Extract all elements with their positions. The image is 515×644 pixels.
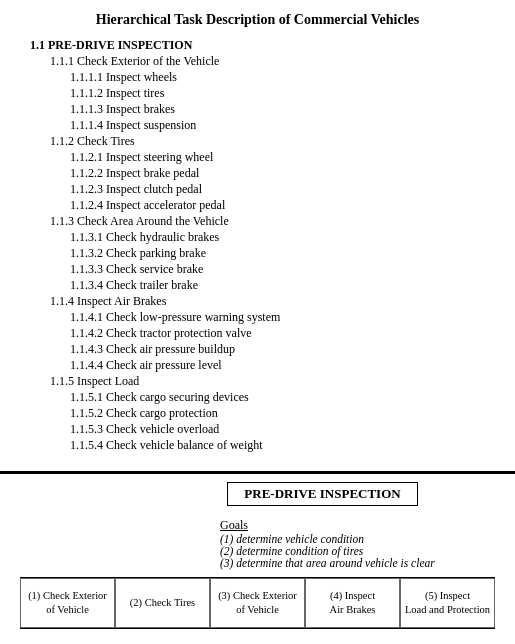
item-id: 1.1.2.4 (70, 198, 106, 212)
item-id: 1.1.2.2 (70, 166, 106, 180)
goals-title: Goals (220, 518, 495, 533)
item-label: Inspect wheels (106, 70, 177, 84)
item-1-1-1-3: 1.1.1.3 Inspect brakes (30, 102, 495, 117)
item-id: 1.1.5.1 (70, 390, 106, 404)
bottom-box-3: (3) Check Exteriorof Vehicle (210, 578, 305, 628)
item-id: 1.1.2.1 (70, 150, 106, 164)
bottom-box-2: (2) Check Tires (115, 578, 210, 628)
item-1-1-5-4: 1.1.5.4 Check vehicle balance of weight (30, 438, 495, 453)
section-1-1-2: 1.1.2 Check Tires (30, 134, 495, 149)
item-id: 1.1.3.3 (70, 262, 106, 276)
item-1-1-5-2: 1.1.5.2 Check cargo protection (30, 406, 495, 421)
goal-2: (2) determine condition of tires (220, 545, 495, 557)
item-1-1-3-1: 1.1.3.1 Check hydraulic brakes (30, 230, 495, 245)
section-1-1-4: 1.1.4 Inspect Air Brakes (30, 294, 495, 309)
goal-3: (3) determine that area around vehicle i… (220, 557, 495, 569)
section-label: Check Tires (77, 134, 135, 148)
section-id: 1.1.3 (50, 214, 77, 228)
outline: 1.1 PRE-DRIVE INSPECTION 1.1.1 Check Ext… (20, 38, 495, 453)
item-label: Check vehicle overload (106, 422, 219, 436)
item-1-1-3-4: 1.1.3.4 Check trailer brake (30, 278, 495, 293)
top-section: Hierarchical Task Description of Commerc… (0, 0, 515, 461)
section-1-1-5: 1.1.5 Inspect Load (30, 374, 495, 389)
item-label: Check air pressure level (106, 358, 222, 372)
item-id: 1.1.4.2 (70, 326, 106, 340)
section-label: Inspect Load (77, 374, 139, 388)
item-label: Inspect brake pedal (106, 166, 199, 180)
item-label: Inspect accelerator pedal (106, 198, 225, 212)
item-label: Inspect tires (106, 86, 164, 100)
item-label: Check cargo securing devices (106, 390, 249, 404)
item-label: Check vehicle balance of weight (106, 438, 263, 452)
item-id: 1.1.5.3 (70, 422, 106, 436)
item-1-1-4-4: 1.1.4.4 Check air pressure level (30, 358, 495, 373)
page-title: Hierarchical Task Description of Commerc… (20, 12, 495, 28)
item-1-1-2-1: 1.1.2.1 Inspect steering wheel (30, 150, 495, 165)
item-label: Check parking brake (106, 246, 206, 260)
item-1-1-3-2: 1.1.3.2 Check parking brake (30, 246, 495, 261)
section-id: 1.1.5 (50, 374, 77, 388)
pre-drive-box: PRE-DRIVE INSPECTION (227, 482, 417, 506)
item-1-1-2-4: 1.1.2.4 Inspect accelerator pedal (30, 198, 495, 213)
item-id: 1.1.2.3 (70, 182, 106, 196)
section-label: Check Exterior of the Vehicle (77, 54, 219, 68)
item-id: 1.1.5.2 (70, 406, 106, 420)
item-id: 1.1.1.3 (70, 102, 106, 116)
item-label: Check air pressure buildup (106, 342, 235, 356)
goal-1: (1) determine vehicle condition (220, 533, 495, 545)
item-1-1-4-1: 1.1.4.1 Check low-pressure warning syste… (30, 310, 495, 325)
item-id: 1.1.4.1 (70, 310, 106, 324)
bottom-box-5: (5) InspectLoad and Protection (400, 578, 495, 628)
item-label: Inspect clutch pedal (106, 182, 202, 196)
box-text: (5) InspectLoad and Protection (405, 589, 490, 616)
item-id: 1.1.1.1 (70, 70, 106, 84)
bottom-box-4: (4) InspectAir Brakes (305, 578, 400, 628)
section-label: Inspect Air Brakes (77, 294, 166, 308)
item-label: Check hydraulic brakes (106, 230, 219, 244)
section-label: Check Area Around the Vehicle (77, 214, 229, 228)
item-1-1-3-3: 1.1.3.3 Check service brake (30, 262, 495, 277)
item-1-1-4-3: 1.1.4.3 Check air pressure buildup (30, 342, 495, 357)
item-id: 1.1.3.4 (70, 278, 106, 292)
box-text: (1) Check Exteriorof Vehicle (28, 589, 107, 616)
goals-area: Goals (1) determine vehicle condition (2… (220, 518, 495, 569)
item-1-1-1-4: 1.1.1.4 Inspect suspension (30, 118, 495, 133)
section-1-1-3: 1.1.3 Check Area Around the Vehicle (30, 214, 495, 229)
item-1-1-2-2: 1.1.2.2 Inspect brake pedal (30, 166, 495, 181)
box-text: (4) InspectAir Brakes (330, 589, 376, 616)
item-id: 1.1.5.4 (70, 438, 106, 452)
section-1-1-1: 1.1.1 Check Exterior of the Vehicle (30, 54, 495, 69)
item-id: 1.1.4.3 (70, 342, 106, 356)
item-1-1-4-2: 1.1.4.2 Check tractor protection valve (30, 326, 495, 341)
bottom-boxes: (1) Check Exteriorof Vehicle (2) Check T… (20, 577, 495, 629)
outline-l1: 1.1 PRE-DRIVE INSPECTION (30, 38, 495, 53)
section-id: 1.1.4 (50, 294, 77, 308)
box-text: (3) Check Exteriorof Vehicle (218, 589, 297, 616)
item-1-1-5-3: 1.1.5.3 Check vehicle overload (30, 422, 495, 437)
item-label: Check cargo protection (106, 406, 218, 420)
item-label: Check low-pressure warning system (106, 310, 280, 324)
bottom-box-1: (1) Check Exteriorof Vehicle (20, 578, 115, 628)
item-id: 1.1.1.4 (70, 118, 106, 132)
item-1-1-1-2: 1.1.1.2 Inspect tires (30, 86, 495, 101)
item-label: Inspect suspension (106, 118, 196, 132)
box-text: (2) Check Tires (130, 596, 195, 610)
item-label: Inspect steering wheel (106, 150, 213, 164)
item-id: 1.1.3.2 (70, 246, 106, 260)
bottom-section: PRE-DRIVE INSPECTION Goals (1) determine… (0, 474, 515, 629)
item-label: Check service brake (106, 262, 203, 276)
section-id: 1.1.2 (50, 134, 77, 148)
item-label: Check trailer brake (106, 278, 198, 292)
item-id: 1.1.1.2 (70, 86, 106, 100)
section-id: 1.1.1 (50, 54, 77, 68)
item-1-1-5-1: 1.1.5.1 Check cargo securing devices (30, 390, 495, 405)
item-label: Check tractor protection valve (106, 326, 252, 340)
item-id: 1.1.3.1 (70, 230, 106, 244)
item-1-1-2-3: 1.1.2.3 Inspect clutch pedal (30, 182, 495, 197)
item-id: 1.1.4.4 (70, 358, 106, 372)
item-label: Inspect brakes (106, 102, 175, 116)
item-1-1-1-1: 1.1.1.1 Inspect wheels (30, 70, 495, 85)
